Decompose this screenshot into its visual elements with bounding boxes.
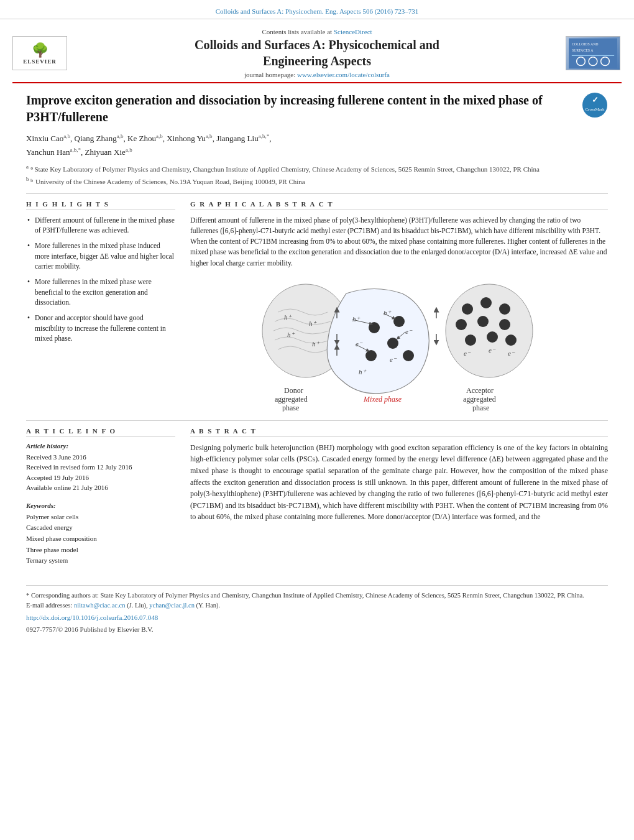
journal-title: Colloids and Surfaces A: Physicochemical… — [78, 37, 556, 69]
svg-text:e⁻: e⁻ — [390, 356, 397, 363]
authors-line: Xinxiu Caoa,b, Qiang Zhanga,b, Ke Zhoua,… — [26, 132, 608, 159]
article-history-section: Article history: Received 3 June 2016 Re… — [26, 442, 175, 493]
svg-text:h⁺: h⁺ — [287, 331, 295, 338]
email1-link[interactable]: niitawh@ciac.ac.cn — [74, 602, 126, 609]
highlights-section: H I G H L I G H T S Different amount of … — [26, 200, 175, 412]
svg-text:aggregated: aggregated — [275, 395, 308, 404]
svg-text:e⁻: e⁻ — [405, 328, 413, 335]
svg-text:h⁺: h⁺ — [352, 315, 361, 323]
abstract-text: Designing polymeric bulk heterojunction … — [190, 442, 608, 523]
journal-header: Colloids and Surfaces A: Physicochem. En… — [0, 0, 634, 19]
abstract-col: A B S T R A C T Designing polymeric bulk… — [190, 427, 608, 575]
journal-logo-image: COLLOIDS AND SURFACES A — [569, 38, 617, 69]
svg-point-38 — [465, 335, 476, 346]
header-center: Contents lists available at ScienceDirec… — [78, 28, 556, 78]
graphical-abstract-section: G R A P H I C A L A B S T R A C T Differ… — [190, 200, 608, 412]
diagram-area: h⁺ h⁺ h⁺ h⁺ h⁺ h⁺ e⁻ e⁻ e⁻ h⁺ — [190, 275, 608, 412]
svg-text:e⁻: e⁻ — [489, 346, 496, 354]
svg-point-23 — [393, 316, 405, 327]
available-date: Available online 21 July 2016 — [26, 482, 175, 493]
accepted-date: Accepted 19 July 2016 — [26, 473, 175, 483]
svg-point-24 — [387, 338, 398, 349]
svg-text:h⁺: h⁺ — [309, 320, 317, 327]
highlights-list: Different amount of fullerene in the mix… — [26, 215, 175, 344]
svg-point-39 — [487, 331, 498, 343]
svg-text:SURFACES A: SURFACES A — [572, 48, 594, 52]
keyword-item: Three phase model — [26, 545, 175, 556]
article-title: Improve exciton generation and dissociat… — [26, 92, 582, 126]
svg-point-35 — [456, 319, 467, 330]
keywords-label: Keywords: — [26, 502, 175, 509]
svg-point-40 — [505, 335, 517, 346]
keywords-list: Polymer solar cells Cascaded energy Mixe… — [26, 512, 175, 566]
svg-text:✓: ✓ — [592, 95, 599, 104]
page: Colloids and Surfaces A: Physicochem. En… — [0, 0, 634, 840]
svg-text:phase: phase — [472, 404, 489, 412]
svg-text:Acceptor: Acceptor — [466, 386, 494, 395]
svg-text:CrossMark: CrossMark — [585, 107, 605, 112]
graphical-abstract-label: G R A P H I C A L A B S T R A C T — [190, 200, 608, 210]
svg-text:h⁺: h⁺ — [359, 368, 367, 376]
keyword-item: Ternary system — [26, 555, 175, 566]
email2-link[interactable]: ychan@ciac.jl.cn — [149, 602, 195, 609]
crossmark-badge: ✓ CrossMark — [582, 92, 608, 118]
svg-text:phase: phase — [282, 404, 299, 412]
received-date: Received 3 June 2016 — [26, 452, 175, 463]
sciencedirect-link[interactable]: ScienceDirect — [334, 28, 372, 35]
elsevier-logo: 🌳 ELSEVIER — [12, 36, 68, 70]
svg-text:COLLOIDS AND: COLLOIDS AND — [572, 42, 599, 46]
svg-point-33 — [480, 297, 492, 308]
section-divider — [26, 420, 608, 421]
affil-b: b ᵇ University of the Chinese Academy of… — [26, 175, 608, 187]
header-inner: 🌳 ELSEVIER Contents lists available at S… — [0, 23, 634, 82]
svg-text:aggregated: aggregated — [463, 395, 496, 404]
revised-date: Received in revised form 12 July 2016 — [26, 462, 175, 473]
journal-homepage-link[interactable]: www.elsevier.com/locate/colsurfa — [297, 71, 390, 78]
email-line: E-mail addresses: niitawh@ciac.ac.cn (J.… — [26, 601, 608, 611]
article-content: Improve exciton generation and dissociat… — [0, 83, 634, 647]
list-item: Donor and acceptor should have good misc… — [26, 313, 175, 344]
phase-diagram: h⁺ h⁺ h⁺ h⁺ h⁺ h⁺ e⁻ e⁻ e⁻ h⁺ — [250, 275, 548, 412]
doi-link[interactable]: http://dx.doi.org/10.1016/j.colsurfa.201… — [26, 612, 608, 623]
list-item: Different amount of fullerene in the mix… — [26, 215, 175, 236]
article-info-col: A R T I C L E I N F O Article history: R… — [26, 427, 175, 575]
svg-rect-3 — [572, 55, 614, 55]
copyright-line: 0927-7757/© 2016 Published by Elsevier B… — [26, 624, 608, 635]
abstract-label: A B S T R A C T — [190, 427, 608, 437]
svg-point-34 — [499, 303, 510, 315]
svg-text:h⁺: h⁺ — [284, 313, 292, 321]
svg-point-25 — [365, 350, 377, 361]
svg-point-26 — [403, 350, 414, 361]
journal-top-link[interactable]: Colloids and Surfaces A: Physicochem. En… — [216, 7, 419, 15]
keyword-item: Mixed phase composition — [26, 533, 175, 545]
affil-a: a ᵃ State Key Laboratory of Polymer Phys… — [26, 163, 608, 174]
journal-logo-right: COLLOIDS AND SURFACES A — [566, 36, 622, 70]
highlights-graphical-abstract-row: H I G H L I G H T S Different amount of … — [26, 200, 608, 412]
keyword-item: Polymer solar cells — [26, 512, 175, 523]
journal-homepage: journal homepage: www.elsevier.com/locat… — [78, 71, 556, 78]
svg-point-31 — [446, 284, 533, 377]
footnote-area: * Corresponding authors at: State Key La… — [26, 585, 608, 635]
svg-text:e⁻: e⁻ — [508, 349, 515, 357]
svg-text:Donor: Donor — [284, 386, 303, 395]
keywords-section: Keywords: Polymer solar cells Cascaded e… — [26, 502, 175, 566]
article-history-label: Article history: — [26, 442, 175, 450]
svg-point-36 — [477, 316, 489, 327]
svg-point-32 — [462, 303, 473, 315]
keyword-item: Cascaded energy — [26, 522, 175, 533]
contents-line: Contents lists available at ScienceDirec… — [78, 28, 556, 35]
article-title-area: Improve exciton generation and dissociat… — [26, 92, 608, 126]
article-info-label: A R T I C L E I N F O — [26, 427, 175, 437]
author-divider — [26, 193, 608, 194]
elsevier-label: ELSEVIER — [23, 58, 57, 65]
article-info-abstract-row: A R T I C L E I N F O Article history: R… — [26, 427, 608, 575]
svg-point-37 — [499, 319, 510, 330]
highlights-label: H I G H L I G H T S — [26, 200, 175, 210]
list-item: More fullerenes in the mixed phase were … — [26, 277, 175, 308]
svg-text:e⁻: e⁻ — [464, 349, 471, 357]
svg-text:h⁺: h⁺ — [312, 340, 320, 348]
list-item: More fullerenes in the mixed phase induc… — [26, 241, 175, 272]
corresponding-authors-text: * Corresponding authors at: State Key La… — [26, 591, 608, 601]
svg-text:Mixed phase: Mixed phase — [363, 395, 402, 404]
graphical-abstract-text: Different amount of fullerene in the mix… — [190, 215, 608, 269]
